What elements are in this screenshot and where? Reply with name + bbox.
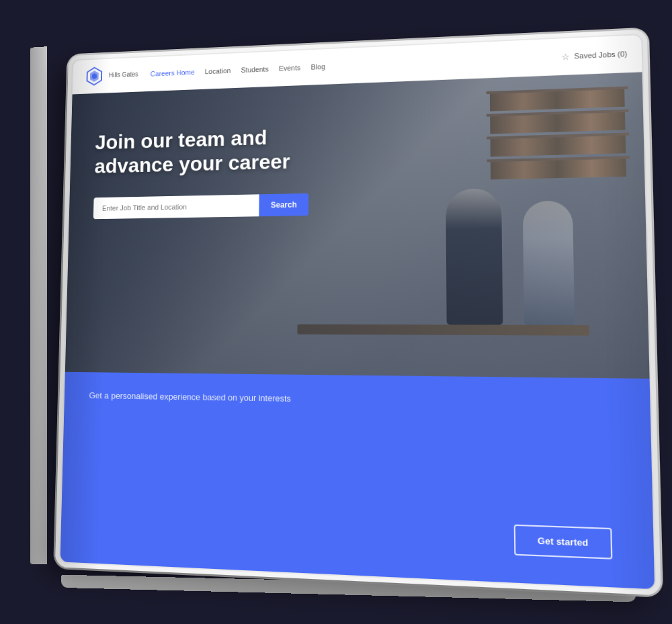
logo-area: Hills Gates bbox=[85, 64, 138, 86]
saved-jobs-label[interactable]: Saved Jobs (0) bbox=[574, 50, 627, 60]
nav-events[interactable]: Events bbox=[279, 63, 300, 72]
logo-icon bbox=[85, 66, 104, 87]
nav-location[interactable]: Location bbox=[205, 66, 231, 75]
banner-subtitle: Get a personalised experience based on y… bbox=[89, 390, 620, 409]
monitor-screen: Hills Gates Careers Home Location Studen… bbox=[60, 35, 655, 589]
header-right: ☆ Saved Jobs (0) bbox=[561, 48, 627, 61]
site-wrapper: Hills Gates Careers Home Location Studen… bbox=[60, 35, 655, 589]
monitor-frame: Hills Gates Careers Home Location Studen… bbox=[55, 29, 661, 595]
monitor-wrapper: Hills Gates Careers Home Location Studen… bbox=[27, 24, 645, 601]
blue-banner: Get a personalised experience based on y… bbox=[60, 371, 655, 588]
hero-section: Join our team and advance your career Se… bbox=[65, 72, 650, 378]
nav-blog[interactable]: Blog bbox=[311, 62, 325, 71]
logo-text: Hills Gates bbox=[109, 71, 138, 79]
hero-title: Join our team and advance your career bbox=[94, 124, 309, 179]
search-bar: Search bbox=[93, 193, 308, 218]
get-started-button[interactable]: Get started bbox=[514, 524, 612, 559]
monitor-side bbox=[30, 46, 46, 564]
main-nav: Careers Home Location Students Events Bl… bbox=[151, 62, 325, 77]
star-icon: ☆ bbox=[561, 51, 570, 61]
nav-students[interactable]: Students bbox=[241, 64, 268, 73]
header-left: Hills Gates Careers Home Location Studen… bbox=[85, 56, 325, 86]
nav-careers-home[interactable]: Careers Home bbox=[151, 68, 195, 77]
search-button[interactable]: Search bbox=[259, 193, 308, 216]
hero-content: Join our team and advance your career Se… bbox=[69, 84, 335, 244]
search-input[interactable] bbox=[93, 194, 259, 219]
